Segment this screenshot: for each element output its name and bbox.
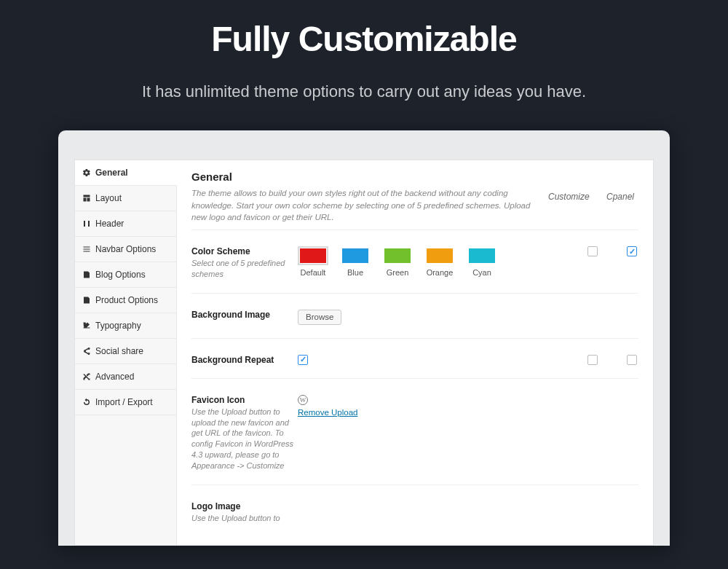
color-scheme-hint: Select one of 5 predefined schemes xyxy=(191,258,298,280)
swatch-green[interactable]: Green xyxy=(382,246,413,277)
gear-icon xyxy=(82,168,91,177)
blog-icon xyxy=(82,270,91,279)
content-area: General The theme allows to build your o… xyxy=(177,160,653,545)
sidebar-item-advanced[interactable]: Advanced xyxy=(75,364,176,390)
swatch-blue[interactable]: Blue xyxy=(340,246,371,277)
sidebar-item-navbar[interactable]: Navbar Options xyxy=(75,237,176,262)
refresh-icon xyxy=(82,398,91,407)
swatch-label: Blue xyxy=(347,268,363,277)
sidebar-item-label: Blog Options xyxy=(95,270,146,280)
sidebar-item-product[interactable]: Product Options xyxy=(75,288,176,313)
sidebar-item-import-export[interactable]: Import / Export xyxy=(75,390,176,415)
swatch-label: Green xyxy=(387,268,409,277)
options-frame: General Layout Header Navbar Options Blo… xyxy=(58,130,670,546)
sidebar-item-general[interactable]: General xyxy=(75,160,177,186)
swatch-default[interactable]: Default xyxy=(298,246,328,277)
options-panel: General Layout Header Navbar Options Blo… xyxy=(74,160,654,546)
browse-button[interactable]: Browse xyxy=(298,310,341,325)
header-icon xyxy=(82,219,91,228)
sidebar-item-layout[interactable]: Layout xyxy=(75,186,176,211)
sidebar-item-label: Navbar Options xyxy=(95,244,156,254)
favicon-title: Favicon Icon xyxy=(191,395,298,405)
sidebar-item-label: Import / Export xyxy=(95,397,153,407)
sidebar-item-label: Social share xyxy=(95,346,143,356)
column-headers: Customize Cpanel xyxy=(542,187,638,202)
background-repeat-checkbox[interactable] xyxy=(298,355,308,365)
sidebar-item-label: Advanced xyxy=(95,372,134,382)
row-background-repeat: Background Repeat xyxy=(191,342,638,379)
logo-title: Logo Image xyxy=(191,501,298,511)
col-cpanel: Cpanel xyxy=(602,192,638,202)
swatch-label: Cyan xyxy=(472,268,491,277)
row-favicon: Favicon Icon Use the Upload button to up… xyxy=(191,382,638,485)
sidebar-item-label: Header xyxy=(95,219,124,229)
sidebar: General Layout Header Navbar Options Blo… xyxy=(75,160,177,545)
product-icon xyxy=(82,296,91,305)
color-swatches: Default Blue Green Orange xyxy=(298,246,497,277)
layout-icon xyxy=(82,194,91,203)
background-image-title: Background Image xyxy=(191,310,298,320)
row-background-image: Background Image Browse xyxy=(191,297,638,339)
background-repeat-cpanel-checkbox[interactable] xyxy=(627,355,637,365)
sidebar-item-typography[interactable]: Typography xyxy=(75,313,176,339)
section-description: The theme allows to build your own style… xyxy=(191,187,542,224)
sidebar-item-header[interactable]: Header xyxy=(75,211,176,237)
remove-upload-link[interactable]: Remove Upload xyxy=(298,408,357,417)
sidebar-item-label: General xyxy=(95,168,128,178)
row-color-scheme: Color Scheme Select one of 5 predefined … xyxy=(191,233,638,294)
background-repeat-customize-checkbox[interactable] xyxy=(587,355,598,365)
hero-subtitle: It has unlimited theme options to carry … xyxy=(142,82,586,101)
color-scheme-cpanel-checkbox[interactable] xyxy=(627,246,637,256)
sidebar-item-label: Product Options xyxy=(95,295,158,305)
logo-hint: Use the Upload button to xyxy=(191,513,298,524)
favicon-hint: Use the Upload button to upload the new … xyxy=(191,407,298,471)
swatch-label: Orange xyxy=(427,268,454,277)
section-heading: General xyxy=(191,170,638,183)
sidebar-item-blog[interactable]: Blog Options xyxy=(75,262,176,288)
color-scheme-title: Color Scheme xyxy=(191,246,298,256)
swatch-orange[interactable]: Orange xyxy=(424,246,455,277)
typography-icon xyxy=(82,321,91,330)
share-icon xyxy=(82,347,91,356)
menu-icon xyxy=(82,245,91,254)
background-repeat-title: Background Repeat xyxy=(191,355,298,365)
swatch-cyan[interactable]: Cyan xyxy=(467,246,497,277)
shuffle-icon xyxy=(82,372,91,381)
col-customize: Customize xyxy=(548,192,585,202)
row-logo: Logo Image Use the Upload button to xyxy=(191,488,638,537)
section-description-row: The theme allows to build your own style… xyxy=(191,187,638,230)
swatch-label: Default xyxy=(301,268,326,277)
hero-title: Fully Customizable xyxy=(211,19,516,59)
sidebar-item-label: Layout xyxy=(95,193,122,203)
wordpress-icon: W xyxy=(298,395,308,405)
sidebar-item-social[interactable]: Social share xyxy=(75,339,176,364)
color-scheme-customize-checkbox[interactable] xyxy=(587,246,598,256)
sidebar-item-label: Typography xyxy=(95,321,141,331)
